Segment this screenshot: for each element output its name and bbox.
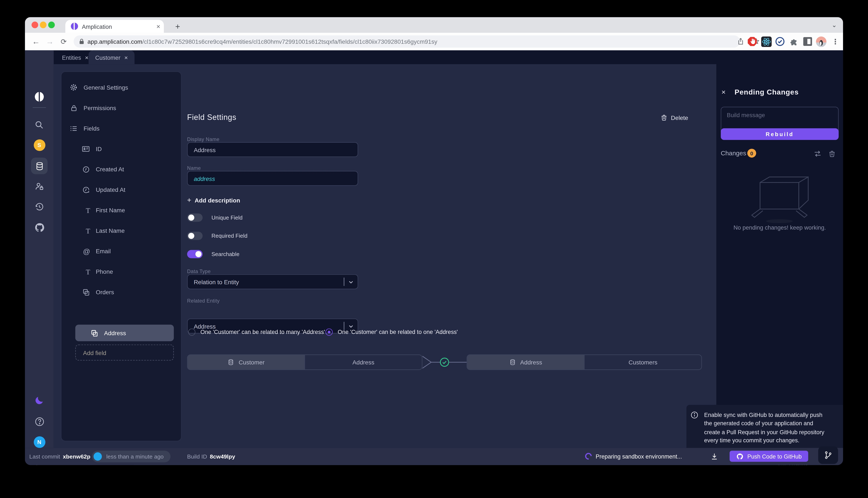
related-entity-label: Related Entity: [187, 298, 220, 304]
clock-update-icon: [62, 186, 90, 194]
page-title: Field Settings: [187, 113, 237, 122]
url-path: /cl1c80c7w72529801s6cre9cq4m/entities/cl…: [142, 38, 437, 45]
check-circle-extension-icon[interactable]: [773, 34, 787, 49]
build-message-input[interactable]: [721, 107, 838, 127]
tab-entities-close-icon[interactable]: ×: [85, 54, 89, 61]
traffic-maximize-button[interactable]: [48, 22, 55, 28]
tab-customer[interactable]: Customer ×: [89, 50, 135, 64]
searchable-toggle[interactable]: [187, 250, 203, 258]
required-field-toggle[interactable]: [187, 232, 203, 240]
browser-tabstrip: Amplication × + ⌄: [25, 17, 843, 32]
name-input[interactable]: [187, 171, 358, 186]
url-domain: app.amplication.com: [88, 38, 142, 45]
relation-cell-customer[interactable]: Customer: [188, 355, 305, 369]
sidebar-item-entities[interactable]: [31, 158, 48, 174]
traffic-minimize-button[interactable]: [40, 22, 47, 28]
pending-changes-title: Pending Changes: [735, 88, 799, 96]
share-icon[interactable]: [737, 38, 744, 45]
address-bar[interactable]: app.amplication.com/cl1c80c7w72529801s6c…: [74, 36, 740, 48]
menu-item-field-address-selected[interactable]: Address: [75, 325, 174, 341]
amplication-app: S: [25, 50, 843, 448]
sidebar-item-roles[interactable]: [25, 178, 54, 195]
menu-item-fields[interactable]: Fields: [62, 120, 181, 136]
relation-left-entity-box: Customer Address: [187, 354, 422, 370]
new-tab-button[interactable]: +: [171, 19, 184, 32]
reload-button[interactable]: ⟳: [57, 32, 70, 50]
tab-title: Amplication: [82, 20, 112, 32]
info-icon: [690, 411, 699, 419]
browser-menu-icon[interactable]: ⋮: [829, 32, 842, 50]
commit-author-avatar: [93, 453, 102, 461]
back-button[interactable]: ←: [29, 32, 42, 50]
build-id-value: 8cw49lpy: [210, 454, 235, 460]
react-devtools-extension-icon[interactable]: [759, 34, 773, 49]
radio-unselected-icon[interactable]: [188, 329, 195, 336]
pending-changes-close-icon[interactable]: ×: [719, 88, 727, 95]
profile-avatar[interactable]: [814, 34, 828, 49]
changes-count-badge: 0: [747, 149, 756, 157]
id-card-icon: [62, 144, 90, 153]
workspace-avatar[interactable]: S: [25, 136, 54, 153]
relation-cell-address-field[interactable]: Address: [304, 355, 422, 369]
menu-item-field-created-at[interactable]: Created At: [62, 161, 181, 178]
extensions-puzzle-icon[interactable]: [787, 34, 801, 49]
relation-right-entity-box: Address Customers: [467, 354, 702, 370]
dark-mode-moon-icon[interactable]: [25, 392, 54, 409]
list-icon: [62, 124, 78, 132]
amplication-favicon-icon: [71, 23, 78, 30]
tab-customer-close-icon[interactable]: ×: [124, 54, 128, 61]
push-code-to-github-button[interactable]: Push Code to GitHub: [730, 451, 808, 462]
add-description-button[interactable]: + Add description: [187, 196, 240, 204]
tab-close-icon[interactable]: ×: [154, 20, 163, 32]
data-type-label: Data Type: [187, 269, 211, 274]
delete-field-button[interactable]: Delete: [660, 114, 688, 121]
menu-item-field-last-name[interactable]: T Last Name: [62, 222, 181, 239]
discard-changes-trash-icon[interactable]: [828, 149, 837, 158]
side-panel-icon[interactable]: [801, 34, 815, 49]
download-build-icon[interactable]: [710, 452, 719, 461]
menu-item-field-first-name[interactable]: T First Name: [62, 202, 181, 219]
build-progress-spinner: [584, 451, 593, 461]
relation-cell-address-entity[interactable]: Address: [467, 355, 584, 369]
user-avatar[interactable]: N: [25, 434, 54, 450]
relation-cell-customers-field[interactable]: Customers: [584, 355, 701, 369]
menu-item-field-orders[interactable]: Orders: [62, 284, 181, 300]
lock-icon: [79, 38, 85, 45]
menu-item-field-updated-at[interactable]: Updated At: [62, 181, 181, 198]
sidebar-item-commits-history-icon[interactable]: [25, 198, 54, 215]
build-id-label: Build ID: [187, 454, 207, 460]
forward-button[interactable]: →: [43, 32, 56, 50]
add-field-button[interactable]: Add field: [75, 344, 174, 361]
relation-option-many[interactable]: One 'Customer' can be related to many 'A…: [188, 329, 325, 336]
menu-item-permissions[interactable]: Permissions: [62, 100, 181, 116]
radio-selected-icon[interactable]: [326, 329, 333, 336]
commit-time-pill[interactable]: less than a minute ago: [92, 451, 170, 462]
adblock-extension-icon[interactable]: [745, 34, 760, 49]
github-icon[interactable]: [25, 219, 54, 236]
status-bar: Last commit xbenw62p less than a minute …: [25, 448, 843, 465]
rebuild-button[interactable]: Rebuild: [721, 128, 839, 140]
commit-graph-button[interactable]: [818, 446, 838, 464]
database-icon: [31, 158, 48, 174]
data-type-select[interactable]: Relation to Entity: [187, 274, 358, 289]
unique-field-toggle[interactable]: [187, 213, 203, 222]
compare-changes-icon[interactable]: [813, 149, 822, 158]
lock-icon: [62, 104, 78, 112]
tab-search-chevron-icon[interactable]: ⌄: [828, 18, 841, 31]
github-icon: [736, 453, 743, 460]
menu-item-field-email[interactable]: @ Email: [62, 243, 181, 260]
browser-tab[interactable]: Amplication ×: [65, 20, 164, 32]
empty-state-message: No pending changes! keep working.: [716, 224, 843, 231]
empty-box-illustration: [746, 171, 813, 224]
workspace-tabbar: Entities × Customer ×: [54, 50, 716, 64]
display-name-input[interactable]: [187, 142, 358, 157]
help-icon[interactable]: [25, 413, 54, 430]
relation-option-one[interactable]: One 'Customer' can be related to one 'Ad…: [326, 329, 458, 336]
browser-window: Amplication × + ⌄ ← → ⟳ app.amplication.…: [25, 17, 843, 465]
search-icon[interactable]: [25, 117, 54, 133]
menu-item-field-id[interactable]: ID: [62, 140, 181, 157]
chevron-down-icon: [348, 279, 354, 285]
menu-item-field-phone[interactable]: T Phone: [62, 263, 181, 280]
traffic-close-button[interactable]: [31, 22, 38, 28]
menu-item-general-settings[interactable]: General Settings: [62, 79, 181, 96]
